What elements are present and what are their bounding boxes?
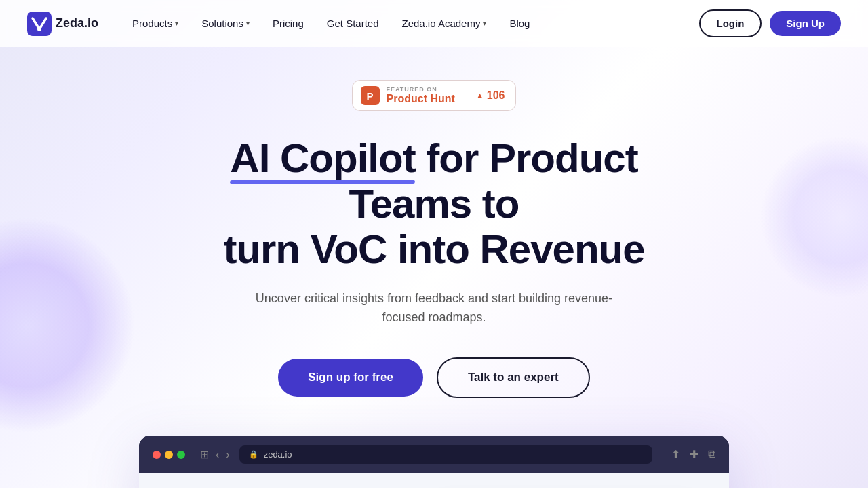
copy-icon[interactable]: ⧉	[708, 448, 715, 461]
window-controls	[153, 451, 185, 459]
nav-item-solutions[interactable]: Solutions ▾	[192, 12, 259, 35]
chevron-down-icon: ▾	[246, 20, 250, 27]
upvote-icon: ▲	[476, 91, 484, 100]
product-hunt-text: FEATURED ON Product Hunt	[387, 86, 455, 105]
signup-button[interactable]: Sign Up	[770, 11, 841, 36]
cta-buttons: Sign up for free Talk to an expert	[278, 357, 589, 398]
product-hunt-score: ▲ 106	[469, 89, 505, 102]
navbar: Zeda.io Products ▾ Solutions ▾ Pricing G…	[0, 0, 868, 47]
hero-title-highlight: AI Copilot	[230, 136, 415, 181]
browser-content: T → Z →	[139, 473, 729, 488]
browser-actions: ⬆ ✚ ⧉	[671, 448, 715, 461]
chevron-down-icon: ▾	[483, 20, 486, 27]
browser-toolbar: ⊞ ‹ › 🔒 zeda.io ⬆ ✚ ⧉	[139, 436, 729, 473]
hero-title: AI Copilot for Product Teams to turn VoC…	[176, 136, 692, 272]
hero-section: P FEATURED ON Product Hunt ▲ 106 AI Copi…	[0, 47, 868, 488]
address-bar[interactable]: 🔒 zeda.io	[239, 445, 652, 464]
logo[interactable]: Zeda.io	[27, 12, 98, 36]
nav-links: Products ▾ Solutions ▾ Pricing Get Start…	[123, 12, 698, 35]
lock-icon: 🔒	[249, 450, 258, 459]
svg-point-1	[37, 27, 41, 31]
minimize-window-button[interactable]	[165, 451, 173, 459]
nav-actions: Login Sign Up	[699, 9, 842, 37]
close-window-button[interactable]	[153, 451, 161, 459]
hero-subtitle: Uncover critical insights from feedback …	[237, 289, 631, 328]
nav-item-get-started[interactable]: Get Started	[317, 12, 389, 35]
browser-navigation: ⊞ ‹ ›	[200, 448, 230, 461]
nav-item-pricing[interactable]: Pricing	[263, 12, 313, 35]
product-hunt-badge[interactable]: P FEATURED ON Product Hunt ▲ 106	[352, 80, 517, 111]
back-icon[interactable]: ‹	[216, 449, 219, 461]
maximize-window-button[interactable]	[177, 451, 185, 459]
cta-signup-button[interactable]: Sign up for free	[278, 359, 423, 396]
new-tab-icon[interactable]: ✚	[690, 448, 698, 461]
logo-text: Zeda.io	[56, 16, 98, 30]
login-button[interactable]: Login	[699, 9, 762, 37]
share-icon[interactable]: ⬆	[671, 448, 680, 461]
forward-icon[interactable]: ›	[226, 449, 229, 461]
product-hunt-icon: P	[361, 86, 380, 105]
nav-item-academy[interactable]: Zeda.io Academy ▾	[393, 12, 496, 35]
svg-rect-0	[27, 12, 52, 36]
chevron-down-icon: ▾	[175, 20, 178, 27]
nav-item-products[interactable]: Products ▾	[123, 12, 188, 35]
sidebar-toggle-icon[interactable]: ⊞	[200, 448, 209, 461]
browser-mockup: ⊞ ‹ › 🔒 zeda.io ⬆ ✚ ⧉	[139, 436, 729, 488]
cta-expert-button[interactable]: Talk to an expert	[437, 357, 590, 398]
nav-item-blog[interactable]: Blog	[500, 12, 539, 35]
